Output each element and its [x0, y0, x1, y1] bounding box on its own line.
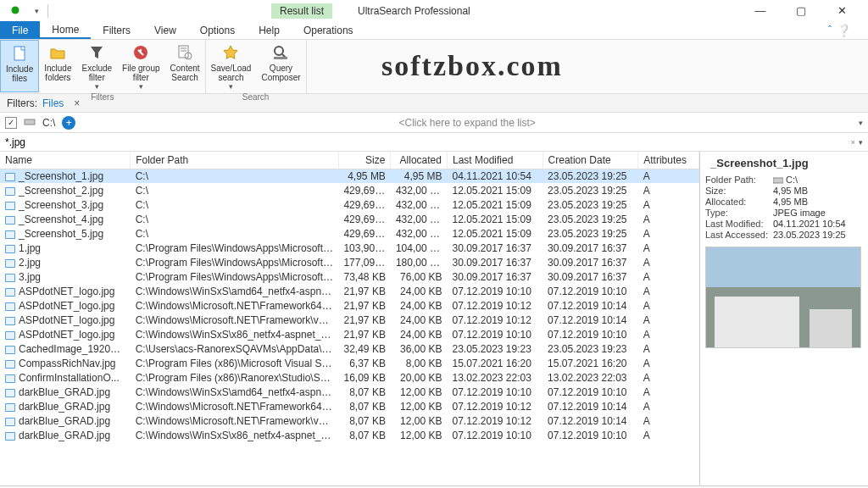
- menu-view[interactable]: View: [142, 21, 188, 39]
- table-row[interactable]: ASPdotNET_logo.jpgC:\Windows\WinSxS\amd6…: [0, 285, 699, 299]
- details-size-value: 4,95 MB: [773, 186, 808, 196]
- table-row[interactable]: ASPdotNET_logo.jpgC:\Windows\Microsoft.N…: [0, 313, 699, 328]
- table-row[interactable]: _Screenshot_3.jpgC:\429,69 KB432,00 KB12…: [0, 198, 699, 213]
- exclude-filter-button[interactable]: Exclude filter▾: [77, 40, 118, 92]
- preview-thumbnail: [705, 247, 861, 348]
- include-folders-button[interactable]: Include folders: [39, 40, 76, 92]
- details-allocated-value: 4,95 MB: [773, 197, 808, 207]
- menu-help[interactable]: Help: [247, 21, 292, 39]
- menu-operations[interactable]: Operations: [292, 21, 365, 39]
- exclude-filter-label: Exclude filter: [82, 64, 113, 82]
- table-row[interactable]: ASPdotNET_logo.jpgC:\Windows\Microsoft.N…: [0, 299, 699, 313]
- details-modified-label: Last Modified:: [705, 219, 773, 229]
- funnel-exclude-icon: [87, 43, 106, 62]
- drive-path[interactable]: C:\: [42, 117, 55, 129]
- table-row[interactable]: darkBlue_GRAD.jpgC:\Windows\WinSxS\amd64…: [0, 385, 699, 400]
- path-checkbox[interactable]: ✓: [5, 117, 17, 129]
- app-title: UltraSearch Professional: [358, 5, 470, 17]
- menu-filters[interactable]: Filters: [91, 21, 142, 39]
- col-attributes[interactable]: Attributes: [638, 152, 699, 169]
- ribbon: Include files Include folders Exclude fi…: [0, 40, 868, 94]
- app-icon: [7, 2, 25, 20]
- table-row[interactable]: CompassRichNav.jpgC:\Program Files (x86)…: [0, 357, 699, 371]
- col-created[interactable]: Creation Date: [542, 152, 638, 169]
- details-folder-label: Folder Path:: [705, 175, 773, 185]
- details-allocated-label: Allocated:: [705, 197, 773, 207]
- menu-home[interactable]: Home: [40, 21, 91, 39]
- table-row[interactable]: _Screenshot_1.jpgC:\4,95 MB4,95 MB04.11.…: [0, 169, 699, 184]
- minimize-button[interactable]: ―: [748, 4, 773, 17]
- content-search-icon: [175, 43, 194, 62]
- file-group-icon: [131, 43, 150, 62]
- search-clear-icon[interactable]: ×: [851, 138, 855, 147]
- main-area: Name Folder Path Size Allocated Last Mod…: [0, 152, 868, 485]
- details-type-label: Type:: [705, 208, 773, 218]
- expand-list-hint[interactable]: <Click here to expand the list>: [82, 117, 852, 129]
- chevron-down-icon: ▾: [229, 82, 233, 91]
- path-dropdown-icon[interactable]: ▾: [859, 119, 863, 127]
- col-size[interactable]: Size: [338, 152, 390, 169]
- menu-bar: File Home Filters View Options Help Oper…: [0, 21, 868, 40]
- table-row[interactable]: CachedImage_1920_1...C:\Users\acs-Ranore…: [0, 342, 699, 357]
- search-dropdown-icon[interactable]: ▾: [859, 138, 863, 147]
- details-panel: _Screenshot_1.jpg Folder Path:C:\ Size:4…: [700, 152, 868, 485]
- svg-point-0: [11, 6, 19, 14]
- table-row[interactable]: darkBlue_GRAD.jpgC:\Windows\Microsoft.NE…: [0, 400, 699, 414]
- details-accessed-value: 23.05.2023 19:25: [773, 230, 846, 240]
- path-bar: ✓ C:\ + <Click here to expand the list> …: [0, 113, 868, 133]
- ribbon-collapse-icon[interactable]: ˆ ❔: [828, 21, 868, 39]
- query-composer-label: Query Composer: [261, 64, 300, 82]
- svg-rect-2: [14, 47, 25, 60]
- table-row[interactable]: 3.jpgC:\Program Files\WindowsApps\Micros…: [0, 270, 699, 285]
- search-bar: × ▾: [0, 133, 868, 152]
- menu-file[interactable]: File: [0, 21, 40, 39]
- col-modified[interactable]: Last Modified: [447, 152, 542, 169]
- file-group-filter-button[interactable]: File group filter▾: [117, 40, 164, 92]
- details-type-value: JPEG image: [773, 208, 826, 218]
- results-list[interactable]: Name Folder Path Size Allocated Last Mod…: [0, 152, 700, 485]
- search-input[interactable]: [5, 136, 851, 148]
- table-row[interactable]: 1.jpgC:\Program Files\WindowsApps\Micros…: [0, 241, 699, 256]
- qat-dropdown-icon[interactable]: ▾: [27, 2, 46, 20]
- filters-group-label: Filters: [0, 92, 205, 103]
- include-folders-label: Include folders: [44, 64, 71, 82]
- save-load-search-button[interactable]: Save/Load search▾: [206, 40, 257, 92]
- table-row[interactable]: darkBlue_GRAD.jpgC:\Windows\WinSxS\x86_n…: [0, 429, 699, 443]
- search-group-label: Search: [206, 92, 306, 103]
- content-search-button[interactable]: Content Search: [165, 40, 205, 92]
- table-row[interactable]: darkBlue_GRAD.jpgC:\Windows\Microsoft.NE…: [0, 414, 699, 429]
- table-row[interactable]: 2.jpgC:\Program Files\WindowsApps\Micros…: [0, 256, 699, 270]
- col-folder[interactable]: Folder Path: [131, 152, 339, 169]
- query-composer-icon: [271, 43, 290, 62]
- svg-rect-4: [179, 46, 188, 58]
- query-composer-button[interactable]: Query Composer: [256, 40, 305, 92]
- svg-point-8: [275, 47, 283, 55]
- star-icon: [221, 43, 240, 62]
- file-include-icon: [10, 44, 29, 63]
- include-files-label: Include files: [6, 64, 33, 83]
- result-list-badge[interactable]: Result list: [271, 3, 332, 19]
- include-files-button[interactable]: Include files: [0, 40, 39, 92]
- close-button[interactable]: ✕: [829, 4, 854, 17]
- menu-options[interactable]: Options: [188, 21, 247, 39]
- table-row[interactable]: ConfirmInstallationO...C:\Program Files …: [0, 371, 699, 385]
- col-allocated[interactable]: Allocated: [391, 152, 448, 169]
- maximize-button[interactable]: ▢: [788, 4, 814, 17]
- qat-divider: [47, 4, 66, 18]
- drive-icon: [24, 116, 36, 129]
- save-load-search-label: Save/Load search: [211, 64, 252, 82]
- title-bar: ▾ Result list UltraSearch Professional ―…: [0, 0, 868, 21]
- table-row[interactable]: ASPdotNET_logo.jpgC:\Windows\WinSxS\x86_…: [0, 328, 699, 342]
- table-row[interactable]: _Screenshot_5.jpgC:\429,69 KB432,00 KB12…: [0, 227, 699, 241]
- details-title-text: _Screenshot_1.jpg: [710, 157, 809, 169]
- add-path-button[interactable]: +: [62, 116, 75, 130]
- table-row[interactable]: _Screenshot_2.jpgC:\429,69 KB432,00 KB12…: [0, 184, 699, 198]
- details-size-label: Size:: [705, 186, 773, 196]
- svg-rect-12: [773, 178, 783, 183]
- details-modified-value: 04.11.2021 10:54: [773, 219, 846, 229]
- details-accessed-label: Last Accessed:: [705, 230, 773, 240]
- watermark: softzbox.com: [381, 50, 563, 82]
- table-row[interactable]: _Screenshot_4.jpgC:\429,69 KB432,00 KB12…: [0, 213, 699, 227]
- col-name[interactable]: Name: [0, 152, 131, 169]
- details-folder-value: C:\: [773, 175, 798, 185]
